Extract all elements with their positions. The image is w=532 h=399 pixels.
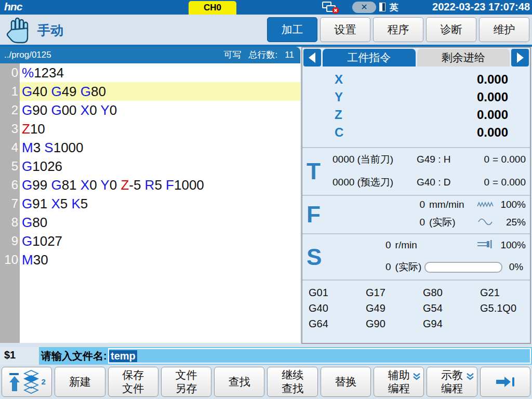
button-label: 文件 [122,382,144,395]
command-row: $1 请输入文件名: temp [0,347,532,365]
prev-view-button[interactable] [303,49,321,66]
find-button[interactable]: 查找 [214,367,264,397]
arrow-to-end-icon [494,375,516,389]
tab-workpiece-command[interactable]: 工件指令 [323,49,416,66]
tool-row-preselect: 0000 (预选刀) G40 : D 0 = 0.000 [302,171,530,194]
line-number: 0 [0,63,20,82]
save-as-button[interactable]: 文件 另存 [161,367,211,397]
axis-value: 0.000 [342,106,508,124]
layer-number: 2 [41,375,45,389]
axis-row-z: Z0.000 [302,106,530,124]
rapid-override-icon [477,201,494,208]
modal-gcode: G40 [309,300,366,316]
tool-letter: T [307,158,321,184]
total-lines-value: 11 [285,47,294,63]
code-text: M30 [20,250,300,269]
filename-prompt: 请输入文件名: [41,349,107,363]
double-chevron-down-icon [413,373,421,381]
modal-gcode: G21 [480,285,530,300]
preselect-tool: 0000 (预选刀) [332,176,417,189]
spindle-override-pct: 100% [498,240,526,251]
tool-section: T 0000 (当前刀) G49 : H 0 = 0.000 0000 (预选刀… [302,147,530,195]
button-label: 保存 [122,368,144,382]
code-text: G40 G49 G80 [20,82,300,101]
next-menu-button[interactable] [480,367,530,397]
teach-programming-button[interactable]: 示教 编程 [427,367,477,397]
tab-settings[interactable]: 设置 [320,17,370,42]
filename-input[interactable]: temp [108,348,531,364]
modal-gcodes-section: G01G17G80G21G40G49G54G5.1Q0G64G90G94 [302,280,530,343]
button-label: 新建 [69,375,91,389]
spindle-load-bar [424,262,502,273]
status-panel: 工件指令 剩余进给 X0.000Y0.000Z0.000C0.000 T 000… [301,47,531,344]
h-comp: G49 : H [417,154,473,165]
next-view-button[interactable] [511,49,529,66]
feed-row-command: 0 mm/min 100% [302,196,530,214]
left-arrow-icon [307,52,318,63]
network-error-icon [322,2,340,14]
modal-gcode: G90 [366,316,423,331]
modal-gcode: G94 [423,316,480,331]
axis-name: X [335,71,343,88]
axis-name: C [335,124,343,141]
feed-actual-label: (实际) [425,216,473,229]
feed-override-pct: 25% [498,217,526,228]
code-line[interactable]: 10M30 [0,250,300,269]
code-line[interactable]: 1G40 G49 G80 [0,82,300,101]
language-indicator[interactable]: 英 [390,2,398,14]
channel-label: $1 [4,349,16,361]
line-number: 9 [0,232,20,250]
line-number: 5 [0,157,20,176]
alarm-clear-icon[interactable]: ✕ [352,2,376,13]
save-file-button[interactable]: 保存 文件 [108,367,158,397]
code-line[interactable]: 3Z10 [0,119,300,138]
tool-row-current: 0000 (当前刀) G49 : H 0 = 0.000 [302,148,530,171]
menu-bar: 手动 加工 设置 程序 诊断 维护 [0,15,532,45]
spindle-section: S 0 r/min 100% 0 (实际) 0% [302,233,530,280]
writable-label: 可写 [224,47,242,63]
modal-gcode: G01 [309,285,366,300]
modal-gcode: G49 [366,300,423,316]
code-text: G91 X5 K5 [20,194,300,213]
new-file-button[interactable]: 新建 [55,367,105,397]
code-line[interactable]: 8G80 [0,213,300,232]
tab-maintenance[interactable]: 维护 [479,17,529,42]
code-text: M3 S1000 [20,138,300,157]
gcode-grid: G01G17G80G21G40G49G54G5.1Q0G64G90G94 [309,285,530,331]
softkey-toolbar: 2 新建 保存 文件 文件 另存 查找 继续 查找 替换 辅助 编程 [0,365,532,399]
spindle-unit: r/min [391,240,417,251]
modal-gcode [480,316,530,331]
d-index: 0 [473,177,489,188]
aux-programming-button[interactable]: 辅助 编程 [374,367,424,397]
code-text: G1026 [20,157,300,176]
tab-diagnosis[interactable]: 诊断 [426,17,476,42]
tab-machining[interactable]: 加工 [267,17,317,42]
h-index: 0 [473,154,489,165]
code-line[interactable]: 0%1234 [0,63,300,82]
code-lines: 0%12341G40 G49 G802G90 G00 X0 Y03Z104M3 … [0,63,300,269]
current-tool: 0000 (当前刀) [332,153,417,166]
modal-gcode: G54 [423,300,480,316]
feed-unit: mm/min [425,199,473,210]
code-line[interactable]: 9G1027 [0,232,300,250]
tab-program[interactable]: 程序 [373,17,423,42]
code-line[interactable]: 4M3 S1000 [0,138,300,157]
feed-override-icon [477,218,493,225]
code-line[interactable]: 7G91 X5 K5 [0,194,300,213]
code-line[interactable]: 6G99 G81 X0 Y0 Z-5 R5 F1000 [0,176,300,194]
code-text: G1027 [20,232,300,250]
axis-value: 0.000 [343,88,508,106]
layers-icon [23,370,39,394]
spindle-actual-value: 0 [385,261,391,273]
line-number: 2 [0,101,20,119]
find-next-button[interactable]: 继续 查找 [267,367,317,397]
axis-name: Y [335,88,343,106]
code-line[interactable]: 5G1026 [0,157,300,176]
tab-remaining-feed[interactable]: 剩余进给 [417,49,510,66]
replace-button[interactable]: 替换 [321,367,371,397]
program-editor[interactable]: 0%12341G40 G49 G802G90 G00 X0 Y03Z104M3 … [0,63,300,343]
code-line[interactable]: 2G90 G00 X0 Y0 [0,101,300,119]
spindle-row-actual: 0 (实际) 0% [302,256,530,278]
return-layer-button[interactable]: 2 [2,367,52,397]
line-number: 3 [0,119,20,138]
